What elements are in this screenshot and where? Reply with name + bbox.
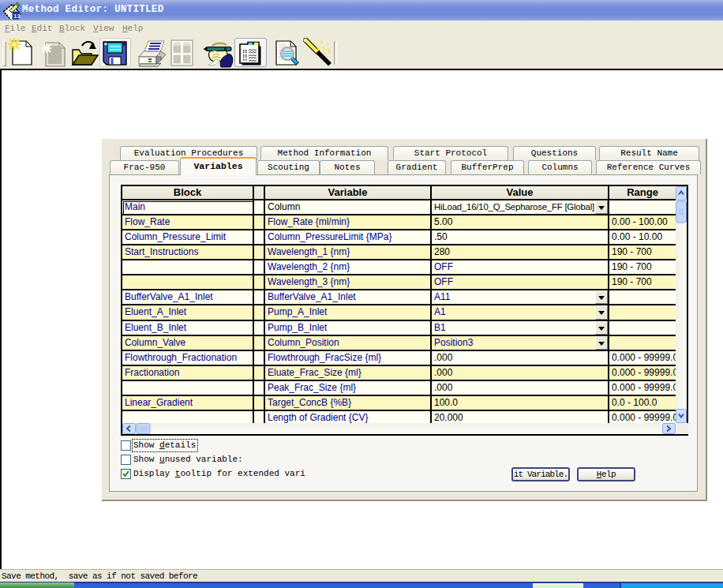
svg-text:13: 13 [13, 13, 21, 20]
